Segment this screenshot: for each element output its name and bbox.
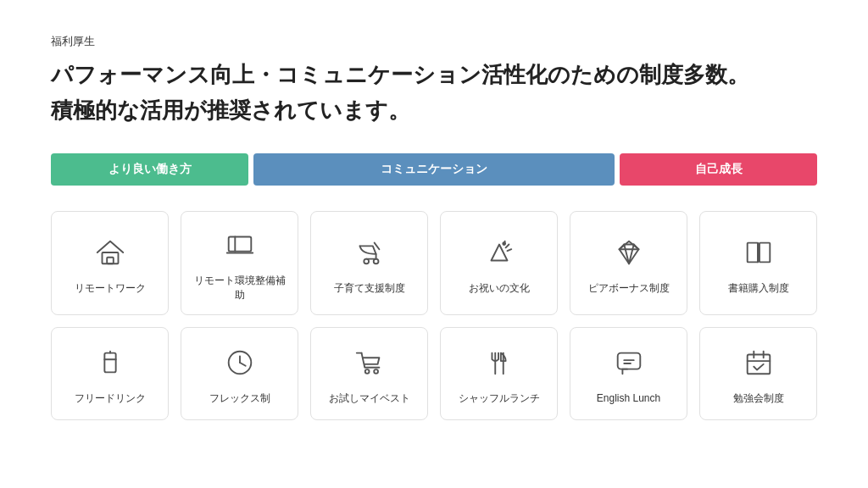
svg-line-9 — [505, 244, 509, 247]
cart-icon — [353, 347, 386, 383]
svg-line-10 — [507, 249, 511, 251]
calendar-check-icon — [743, 347, 775, 383]
section-label: 福利厚生 — [51, 34, 817, 49]
drink-icon — [94, 347, 126, 383]
fork-icon — [483, 347, 515, 383]
card-label: 勉強会制度 — [733, 391, 784, 406]
tab-better-work[interactable]: より良い働き方 — [51, 153, 248, 186]
svg-line-25 — [240, 363, 246, 366]
card-label: ピアボーナス制度 — [588, 281, 670, 296]
card-flex[interactable]: フレックス制 — [181, 327, 298, 420]
card-my-best[interactable]: お試しマイベスト — [310, 327, 428, 420]
stroller-icon — [353, 236, 386, 273]
card-label: リモート環境整備補助 — [190, 274, 289, 302]
svg-point-28 — [374, 369, 378, 374]
svg-rect-32 — [617, 352, 640, 369]
party-icon — [483, 236, 515, 273]
svg-rect-35 — [747, 354, 770, 374]
home-icon — [94, 236, 126, 273]
tab-communication[interactable]: コミュニケーション — [253, 153, 615, 186]
svg-rect-17 — [747, 242, 757, 262]
cards-row-2: フリードリンク フレックス制 お試しマイベスト — [51, 327, 817, 420]
svg-line-8 — [374, 242, 379, 249]
chat-icon — [613, 347, 645, 383]
main-heading: パフォーマンス向上・コミュニケーション活性化のための制度多数。 積極的な活用が推… — [51, 58, 817, 128]
svg-point-12 — [503, 242, 505, 245]
diamond-icon — [613, 236, 645, 273]
clock-icon — [224, 347, 256, 383]
card-label: English Lunch — [597, 391, 660, 406]
card-remote-work[interactable]: リモートワーク — [51, 211, 169, 315]
card-celebration[interactable]: お祝いの文化 — [440, 211, 558, 315]
card-label: リモートワーク — [75, 281, 146, 296]
svg-rect-20 — [104, 352, 115, 372]
book-icon — [743, 236, 775, 273]
card-label: お祝いの文化 — [469, 281, 530, 296]
card-study[interactable]: 勉強会制度 — [699, 327, 817, 420]
card-label: フレックス制 — [209, 391, 270, 406]
svg-rect-2 — [228, 237, 251, 252]
svg-point-27 — [364, 369, 369, 374]
tab-self-growth[interactable]: 自己成長 — [620, 153, 817, 186]
card-label: お試しマイベスト — [329, 391, 410, 406]
card-remote-env[interactable]: リモート環境整備補助 — [181, 211, 298, 315]
card-shuffle-lunch[interactable]: シャッフルランチ — [440, 327, 558, 420]
card-childcare[interactable]: 子育て支援制度 — [310, 211, 428, 315]
svg-rect-1 — [107, 257, 114, 263]
card-free-drink[interactable]: フリードリンク — [51, 327, 169, 420]
card-label: 子育て支援制度 — [334, 281, 405, 296]
card-peer-bonus[interactable]: ピアボーナス制度 — [570, 211, 687, 315]
card-label: 書籍購入制度 — [728, 281, 789, 296]
cards-row-1: リモートワーク リモート環境整備補助 子育て支援制度 — [51, 211, 817, 315]
laptop-icon — [224, 229, 256, 265]
card-label: シャッフルランチ — [459, 391, 540, 406]
svg-rect-18 — [759, 242, 769, 262]
card-label: フリードリンク — [75, 391, 146, 406]
card-english-lunch[interactable]: English Lunch — [570, 327, 687, 420]
tabs-container: より良い働き方 コミュニケーション 自己成長 — [51, 153, 817, 186]
card-books[interactable]: 書籍購入制度 — [699, 211, 817, 315]
